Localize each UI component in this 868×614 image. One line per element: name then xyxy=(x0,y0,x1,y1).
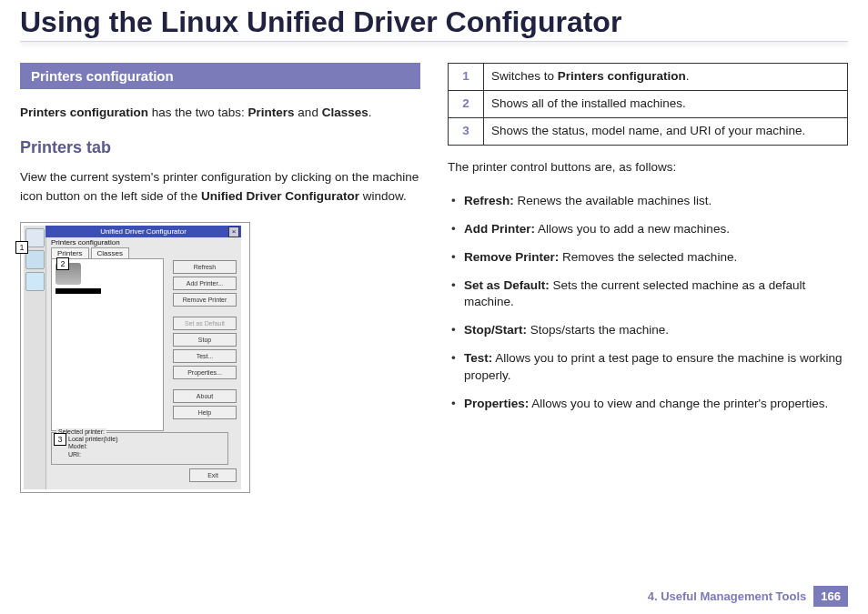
shot-btn-exit: Exit xyxy=(189,468,237,482)
para-text-2: window. xyxy=(359,189,407,203)
legend-1-bold: Printers configuration xyxy=(558,69,686,83)
shot-panel-title: Printers configuration xyxy=(51,238,120,247)
shot-btn-default: Set as Default xyxy=(173,317,237,330)
legend-table: 1 Switches to Printers configuration. 2 … xyxy=(448,63,848,146)
callout-1: 1 xyxy=(15,241,28,254)
item-bold: Stop/Start: xyxy=(464,323,527,337)
shot-button-column: Refresh Add Printer... Remove Printer Se… xyxy=(173,260,237,422)
callout-2: 2 xyxy=(56,257,69,270)
table-row: 3 Shows the status, model name, and URI … xyxy=(449,117,848,145)
shot-btn-properties: Properties... xyxy=(173,366,237,379)
item-bold: Set as Default: xyxy=(464,278,550,292)
intro-bold-2: Printers xyxy=(248,106,295,119)
list-item: Properties: Allows you to view and chang… xyxy=(448,396,848,413)
shot-title: Unified Driver Configurator xyxy=(100,227,187,236)
legend-desc-2: Shows all of the installed machines. xyxy=(484,90,848,117)
callout-3: 3 xyxy=(54,433,66,446)
list-item: Test: Allows you to print a test page to… xyxy=(448,350,848,385)
list-item: Set as Default: Sets the current selecte… xyxy=(448,277,848,312)
list-item: Add Printer: Allows you to add a new mac… xyxy=(448,221,848,238)
legend-num-2: 2 xyxy=(449,90,484,117)
button-list: Refresh: Renews the available machines l… xyxy=(448,193,848,413)
item-text: Allows you to add a new machines. xyxy=(535,222,730,236)
shot-status-line-1: Local printer(Idle) xyxy=(68,436,223,443)
intro-paragraph: Printers configuration has the two tabs:… xyxy=(20,104,420,122)
item-text: Allows you to print a test page to ensur… xyxy=(464,351,842,382)
title-underline xyxy=(20,41,848,43)
section-header: Printers configuration xyxy=(20,63,420,89)
table-row: 1 Switches to Printers configuration. xyxy=(449,64,848,91)
intro-text-1: has the two tabs: xyxy=(148,106,248,119)
shot-titlebar: Unified Driver Configurator × xyxy=(45,226,241,237)
item-bold: Test: xyxy=(464,351,492,365)
legend-desc-3: Shows the status, model name, and URI of… xyxy=(484,117,848,145)
para-bold: Unified Driver Configurator xyxy=(201,189,359,203)
item-text: Allows you to view and change the printe… xyxy=(529,397,828,410)
legend-num-3: 3 xyxy=(449,117,484,145)
legend-1-pre: Switches to xyxy=(491,69,558,83)
legend-1-post: . xyxy=(686,69,690,83)
list-item: Remove Printer: Removes the selected mac… xyxy=(448,249,848,267)
shot-btn-remove: Remove Printer xyxy=(173,293,237,307)
shot-sidebar xyxy=(24,226,46,489)
legend-num-1: 1 xyxy=(449,64,484,91)
intro-text-2: and xyxy=(295,106,322,119)
left-column: Printers configuration Printers configur… xyxy=(20,63,420,493)
tab-paragraph: View the current system's printer config… xyxy=(20,168,420,206)
shot-btn-test: Test... xyxy=(173,349,237,363)
shot-printer-list xyxy=(51,258,164,431)
shot-btn-add: Add Printer... xyxy=(173,277,237,290)
right-column: 1 Switches to Printers configuration. 2 … xyxy=(448,63,848,493)
page-footer: 4. Useful Management Tools 166 xyxy=(648,586,848,607)
buttons-intro: The printer control buttons are, as foll… xyxy=(448,158,848,176)
table-row: 2 Shows all of the installed machines. xyxy=(449,90,848,117)
sub-heading: Printers tab xyxy=(20,138,420,157)
close-icon: × xyxy=(228,226,239,237)
shot-btn-about: About xyxy=(173,389,237,403)
printer-item-label xyxy=(56,288,101,294)
item-text: Removes the selected machine. xyxy=(559,250,737,264)
item-bold: Add Printer: xyxy=(464,222,535,236)
port-icon xyxy=(25,272,45,291)
shot-tab-classes: Classes xyxy=(91,247,129,258)
footer-chapter: 4. Useful Management Tools xyxy=(648,589,807,603)
shot-status-box: Selected printer: Local printer(Idle) Mo… xyxy=(51,432,228,465)
intro-text-3: . xyxy=(368,106,372,119)
item-text: Renews the available machines list. xyxy=(514,194,712,207)
shot-status-line-2: Model: xyxy=(68,443,223,450)
shot-status-line-3: URI: xyxy=(68,451,223,458)
item-bold: Refresh: xyxy=(464,194,514,207)
list-item: Refresh: Renews the available machines l… xyxy=(448,193,848,210)
shot-btn-help: Help xyxy=(173,406,237,419)
shot-btn-stop: Stop xyxy=(173,333,237,347)
item-bold: Properties: xyxy=(464,397,529,410)
legend-desc-1: Switches to Printers configuration. xyxy=(484,64,848,91)
item-bold: Remove Printer: xyxy=(464,250,559,264)
intro-bold-3: Classes xyxy=(322,106,368,119)
screenshot-figure: Unified Driver Configurator × 1 2 3 Prin… xyxy=(20,222,250,493)
list-item: Stop/Start: Stops/starts the machine. xyxy=(448,322,848,339)
shot-btn-refresh: Refresh xyxy=(173,260,237,274)
page-title: Using the Linux Unified Driver Configura… xyxy=(20,5,848,39)
footer-page-number: 166 xyxy=(813,586,848,607)
item-text: Stops/starts the machine. xyxy=(527,323,669,337)
intro-bold-1: Printers configuration xyxy=(20,106,148,119)
